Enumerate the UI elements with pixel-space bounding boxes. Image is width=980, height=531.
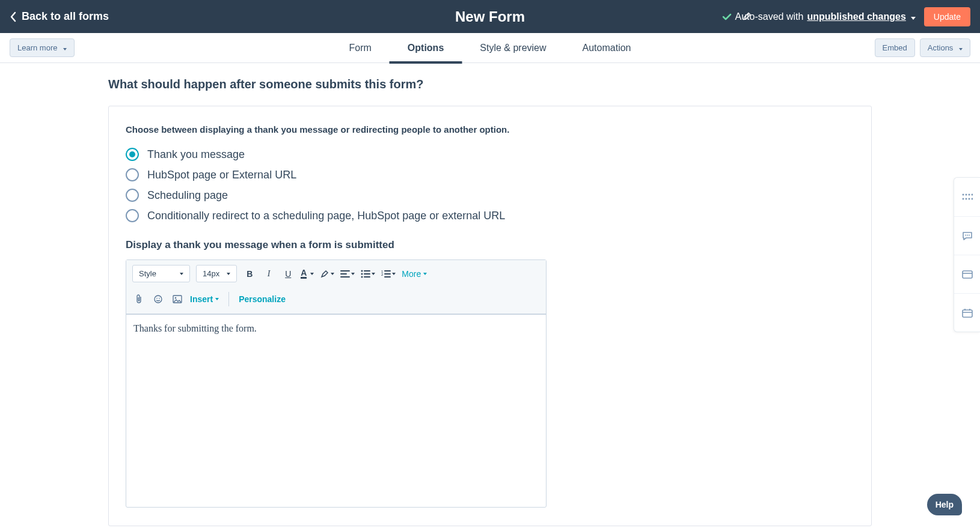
radio-label: HubSpot page or External URL (147, 169, 296, 181)
svg-point-19 (967, 234, 968, 235)
svg-point-18 (965, 234, 966, 235)
editor-highlight-button[interactable] (320, 269, 334, 279)
editor-bullet-list-button[interactable] (361, 270, 375, 278)
svg-point-7 (159, 298, 160, 299)
editor-fontsize-select[interactable]: 14px (196, 265, 237, 282)
help-button[interactable]: Help (927, 494, 962, 515)
editor-align-button[interactable] (340, 270, 355, 278)
main-tabs: Form Options Style & preview Automation (331, 33, 649, 63)
chevron-down-icon (310, 273, 314, 275)
choose-label: Choose between displaying a thank you me… (126, 124, 854, 135)
chevron-down-icon (215, 298, 219, 300)
unpublished-changes-link[interactable]: unpublished changes (807, 11, 905, 22)
radio-thank-you-message[interactable]: Thank you message (126, 148, 854, 161)
separator (228, 292, 229, 306)
radio-label: Conditionally redirect to a scheduling p… (147, 210, 505, 222)
radio-scheduling-page[interactable]: Scheduling page (126, 189, 854, 202)
radio-icon (126, 209, 139, 222)
rail-browser-button[interactable] (954, 255, 980, 293)
tab-style-preview[interactable]: Style & preview (462, 33, 564, 63)
back-label: Back to all forms (22, 10, 109, 23)
chevron-down-icon (423, 273, 427, 275)
rail-apps-button[interactable] (954, 178, 980, 216)
edit-title-icon[interactable] (743, 11, 752, 22)
svg-point-6 (156, 298, 158, 299)
svg-point-5 (155, 296, 162, 303)
editor-image-button[interactable] (171, 293, 184, 306)
editor-emoji-button[interactable] (152, 293, 165, 306)
form-title-wrap: New Form (455, 8, 525, 25)
radio-hubspot-page[interactable]: HubSpot page or External URL (126, 168, 854, 181)
embed-button[interactable]: Embed (875, 38, 915, 57)
chevron-down-icon (911, 17, 916, 20)
thank-you-editor: Style 14px B I U A (126, 259, 547, 508)
radio-icon (126, 189, 139, 202)
editor-insert-dropdown[interactable]: Insert (190, 294, 219, 304)
editor-more-button[interactable]: More (402, 269, 427, 279)
side-rail (954, 177, 980, 332)
chevron-down-icon (63, 48, 67, 50)
editor-number-list-button[interactable]: 12 (381, 270, 396, 278)
more-label: More (402, 269, 421, 279)
editor-personalize-button[interactable]: Personalize (239, 294, 286, 304)
chevron-down-icon (180, 273, 183, 275)
chevron-down-icon (351, 273, 355, 275)
editor-body[interactable]: Thanks for submitting the form. (126, 315, 546, 507)
bullet-list-icon (361, 270, 370, 278)
rail-chat-button[interactable] (954, 216, 980, 255)
check-icon (722, 12, 732, 22)
italic-icon: I (268, 269, 271, 279)
attachment-icon (135, 294, 142, 304)
radio-conditional-redirect[interactable]: Conditionally redirect to a scheduling p… (126, 209, 854, 222)
display-heading: Display a thank you message when a form … (126, 239, 854, 251)
svg-point-15 (965, 198, 967, 200)
svg-text:2: 2 (381, 273, 384, 276)
editor-attach-button[interactable] (132, 293, 145, 306)
editor-underline-button[interactable]: U (281, 267, 295, 281)
svg-point-10 (962, 194, 964, 196)
textcolor-icon: A (301, 269, 307, 279)
radio-icon (126, 168, 139, 181)
window-icon (962, 270, 973, 279)
bold-icon: B (247, 269, 253, 279)
chevron-down-icon (331, 273, 334, 275)
svg-point-2 (361, 276, 363, 278)
radio-label: Thank you message (147, 148, 245, 161)
options-panel: Choose between displaying a thank you me… (108, 106, 872, 526)
number-list-icon: 12 (381, 270, 391, 278)
chevron-down-icon (392, 273, 396, 275)
actions-button[interactable]: Actions (920, 38, 970, 57)
chevron-down-icon (959, 48, 963, 50)
autosave-dropdown[interactable] (911, 11, 916, 22)
svg-rect-22 (963, 310, 972, 317)
radio-icon (126, 148, 139, 161)
radio-label: Scheduling page (147, 189, 228, 202)
back-to-forms-link[interactable]: Back to all forms (10, 10, 109, 23)
rail-calendar-button[interactable] (954, 293, 980, 332)
svg-point-20 (969, 234, 970, 235)
chevron-down-icon (372, 273, 375, 275)
tab-automation[interactable]: Automation (565, 33, 649, 63)
editor-italic-button[interactable]: I (262, 267, 275, 281)
chevron-left-icon (10, 11, 17, 22)
learn-more-label: Learn more (17, 43, 57, 52)
tab-form[interactable]: Form (331, 33, 390, 63)
learn-more-button[interactable]: Learn more (10, 38, 75, 57)
pencil-icon (743, 11, 752, 20)
svg-point-17 (971, 198, 973, 200)
highlight-icon (320, 269, 329, 279)
svg-point-12 (968, 194, 970, 196)
calendar-icon (962, 308, 973, 318)
svg-point-13 (971, 194, 973, 196)
editor-style-select[interactable]: Style (132, 265, 190, 282)
editor-textcolor-button[interactable]: A (301, 269, 314, 279)
editor-bold-button[interactable]: B (243, 267, 256, 281)
update-button[interactable]: Update (924, 7, 970, 26)
align-icon (340, 270, 350, 278)
chat-icon (962, 231, 973, 241)
section-heading: What should happen after someone submits… (108, 77, 872, 91)
tab-options[interactable]: Options (390, 33, 462, 63)
svg-point-14 (962, 198, 964, 200)
actions-label: Actions (928, 43, 954, 52)
grid-icon (962, 193, 973, 201)
